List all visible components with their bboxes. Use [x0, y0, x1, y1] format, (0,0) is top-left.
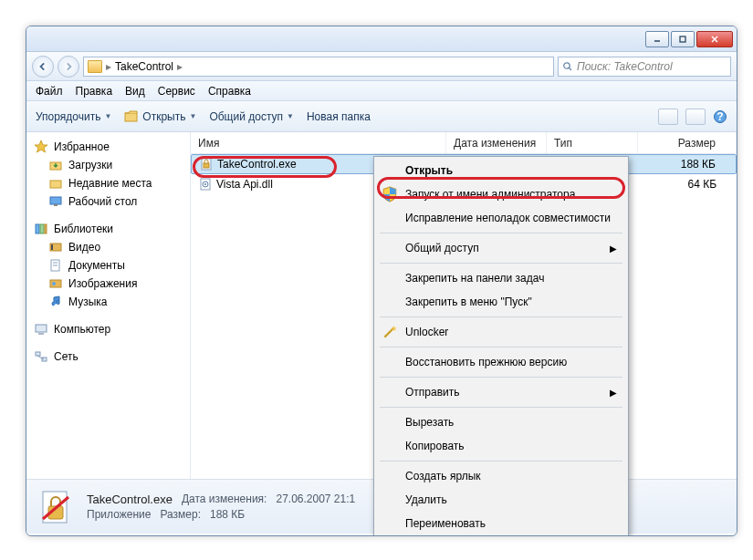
- sidebar-network[interactable]: Сеть: [30, 347, 186, 366]
- svg-rect-15: [45, 224, 47, 233]
- ctx-rename[interactable]: Переименовать: [376, 512, 626, 535]
- svg-rect-12: [54, 204, 58, 206]
- context-menu: Открыть Запуск от имени администратора И…: [373, 156, 629, 536]
- sidebar: Избранное Загрузки Недавние места Рабочи…: [26, 132, 191, 479]
- ctx-share[interactable]: Общий доступ▶: [376, 236, 626, 260]
- svg-line-33: [384, 328, 393, 337]
- ctx-runadmin[interactable]: Запуск от имени администратора: [376, 182, 626, 206]
- sidebar-item-music[interactable]: Музыка: [30, 293, 186, 311]
- ctx-cut[interactable]: Вырезать: [376, 410, 626, 434]
- chevron-right-icon: ▶: [610, 244, 617, 254]
- svg-rect-29: [204, 163, 209, 168]
- recent-icon: [48, 176, 63, 191]
- col-date[interactable]: Дата изменения: [446, 132, 547, 153]
- shield-icon: [382, 186, 398, 202]
- titlebar: [26, 26, 737, 52]
- ctx-unlocker[interactable]: Unlocker: [376, 320, 626, 344]
- chevron-down-icon: ▼: [287, 112, 294, 120]
- desktop-icon: [48, 194, 63, 209]
- svg-rect-26: [42, 358, 47, 361]
- pictures-icon: [48, 276, 63, 291]
- svg-rect-24: [38, 333, 44, 335]
- chevron-down-icon: ▼: [104, 112, 111, 120]
- sidebar-item-documents[interactable]: Документы: [30, 256, 186, 275]
- sidebar-item-pictures[interactable]: Изображения: [30, 275, 186, 293]
- computer-icon: [34, 322, 48, 337]
- col-size[interactable]: Размер: [638, 132, 737, 153]
- sidebar-item-desktop[interactable]: Рабочий стол: [30, 192, 186, 211]
- menu-file[interactable]: Файл: [36, 85, 63, 98]
- separator: [380, 407, 622, 408]
- back-button[interactable]: [32, 56, 54, 78]
- svg-point-32: [204, 183, 206, 185]
- ctx-shortcut[interactable]: Создать ярлык: [376, 464, 626, 488]
- svg-point-22: [52, 282, 56, 285]
- content-area: Избранное Загрузки Недавние места Рабочи…: [26, 132, 737, 479]
- svg-rect-17: [51, 244, 53, 250]
- svg-rect-6: [125, 113, 137, 121]
- search-placeholder: Поиск: TakeControl: [577, 60, 673, 73]
- newfolder-button[interactable]: Новая папка: [307, 110, 371, 123]
- open-icon: [124, 109, 139, 124]
- sidebar-item-downloads[interactable]: Загрузки: [30, 156, 186, 174]
- file-large-icon: [37, 488, 76, 526]
- sidebar-computer[interactable]: Компьютер: [30, 320, 186, 338]
- search-input[interactable]: Поиск: TakeControl: [558, 57, 731, 77]
- separator: [380, 233, 622, 233]
- svg-rect-25: [36, 352, 40, 356]
- preview-pane-button[interactable]: [685, 109, 706, 125]
- forward-button[interactable]: [58, 56, 79, 78]
- maximize-button[interactable]: [671, 31, 695, 47]
- svg-rect-1: [680, 36, 685, 42]
- chevron-right-icon: ▸: [177, 60, 183, 73]
- sidebar-item-video[interactable]: Видео: [30, 238, 186, 256]
- column-headers: Имя Дата изменения Тип Размер: [191, 132, 737, 154]
- open-button[interactable]: Открыть▼: [124, 109, 196, 124]
- file-list: Имя Дата изменения Тип Размер TakeContro…: [191, 132, 737, 479]
- ctx-compat[interactable]: Исправление неполадок совместимости: [376, 206, 626, 230]
- sidebar-favorites[interactable]: Избранное: [30, 138, 186, 156]
- downloads-icon: [48, 158, 63, 172]
- exe-icon: [199, 157, 214, 171]
- video-icon: [48, 240, 63, 254]
- view-button[interactable]: [658, 109, 678, 125]
- wand-icon: [382, 324, 398, 340]
- svg-rect-23: [36, 325, 47, 332]
- share-button[interactable]: Общий доступ▼: [209, 110, 294, 123]
- explorer-window: ▸ TakeControl ▸ Поиск: TakeControl Файл …: [26, 26, 737, 536]
- menu-edit[interactable]: Правка: [76, 85, 113, 98]
- ctx-copy[interactable]: Копировать: [376, 434, 626, 458]
- address-bar[interactable]: ▸ TakeControl ▸: [83, 57, 554, 77]
- col-name[interactable]: Имя: [191, 132, 446, 153]
- col-type[interactable]: Тип: [547, 132, 638, 153]
- help-icon[interactable]: ?: [713, 109, 727, 124]
- menu-view[interactable]: Вид: [125, 85, 145, 98]
- ctx-pin-start[interactable]: Закрепить в меню "Пуск": [376, 290, 626, 314]
- dll-icon: [198, 177, 213, 192]
- svg-text:?: ?: [716, 110, 723, 123]
- svg-rect-10: [50, 181, 61, 188]
- chevron-down-icon: ▼: [189, 112, 196, 120]
- svg-point-4: [564, 62, 570, 67]
- sidebar-item-recent[interactable]: Недавние места: [30, 174, 186, 192]
- organize-button[interactable]: Упорядочить▼: [36, 110, 111, 123]
- chevron-right-icon: ▸: [106, 60, 111, 73]
- address-folder: TakeControl: [115, 60, 173, 73]
- sidebar-libraries[interactable]: Библиотеки: [30, 220, 186, 238]
- ctx-pin-taskbar[interactable]: Закрепить на панели задач: [376, 266, 626, 290]
- separator: [380, 263, 622, 264]
- close-button[interactable]: [696, 31, 733, 47]
- menu-tools[interactable]: Сервис: [158, 85, 195, 98]
- libraries-icon: [34, 222, 48, 236]
- toolbar: Упорядочить▼ Открыть▼ Общий доступ▼ Нова…: [26, 101, 737, 132]
- minimize-button[interactable]: [645, 31, 669, 47]
- separator: [380, 347, 622, 347]
- ctx-open[interactable]: Открыть: [376, 159, 626, 182]
- ctx-delete[interactable]: Удалить: [376, 488, 626, 512]
- ctx-restore[interactable]: Восстановить прежнюю версию: [376, 350, 626, 374]
- chevron-right-icon: ▶: [610, 388, 617, 398]
- music-icon: [48, 295, 63, 309]
- ctx-sendto[interactable]: Отправить▶: [376, 380, 626, 404]
- menubar: Файл Правка Вид Сервис Справка: [26, 81, 737, 101]
- menu-help[interactable]: Справка: [208, 85, 251, 98]
